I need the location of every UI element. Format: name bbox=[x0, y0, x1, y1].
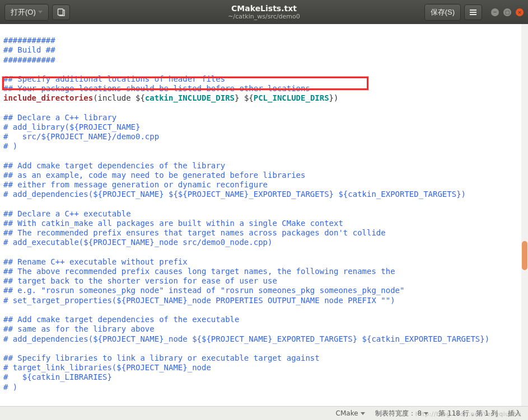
svg-rect-0 bbox=[58, 9, 63, 15]
language-label: CMake bbox=[336, 409, 358, 417]
code-line: # add_dependencies(${PROJECT_NAME} ${${P… bbox=[3, 190, 466, 199]
window-minimize-button[interactable]: ─ bbox=[491, 8, 499, 16]
code-line: # src/${PROJECT_NAME}/demo0.cpp bbox=[3, 132, 159, 141]
code-line: # ${catkin_LIBRARIES} bbox=[3, 372, 112, 381]
svg-rect-3 bbox=[470, 14, 476, 15]
code-line: ## Specify additional locations of heade… bbox=[3, 74, 225, 83]
scrollbar-track[interactable] bbox=[521, 24, 528, 406]
code-token: }) bbox=[329, 93, 339, 102]
code-token-func: include_directories bbox=[3, 93, 93, 102]
save-label: 保存(S) bbox=[431, 7, 455, 17]
code-line: ## Rename C++ executable without prefix bbox=[3, 257, 188, 266]
tabwidth-label: 制表符宽度： bbox=[375, 409, 415, 418]
code-line: ## as an example, code may need to be ge… bbox=[3, 171, 305, 180]
code-line: ## Your package locations should be list… bbox=[3, 84, 310, 93]
editor-area[interactable]: ########### ## Build ## ########### ## S… bbox=[0, 24, 528, 406]
chevron-down-icon bbox=[38, 11, 43, 13]
code-line: # set_target_properties(${PROJECT_NAME}_… bbox=[3, 296, 395, 305]
window-maximize-button[interactable]: □ bbox=[503, 8, 511, 16]
code-line: # add_library(${PROJECT_NAME} bbox=[3, 122, 140, 131]
code-line: ## Specify libraries to link a library o… bbox=[3, 353, 320, 362]
code-token-var: catkin_INCLUDE_DIRS bbox=[145, 93, 235, 102]
code-line: # ) bbox=[3, 383, 17, 391]
code-line: # add_dependencies(${PROJECT_NAME}_node … bbox=[3, 334, 489, 343]
window-title: CMakeLists.txt bbox=[228, 4, 300, 13]
save-button[interactable]: 保存(S) bbox=[424, 4, 461, 21]
chevron-down-icon bbox=[361, 412, 365, 415]
new-tab-icon bbox=[57, 8, 66, 17]
code-line: ## Add cmake target dependencies of the … bbox=[3, 161, 225, 170]
code-line: ## Build ## bbox=[3, 45, 55, 54]
code-line: ## With catkin_make all packages are bui… bbox=[3, 219, 343, 228]
watermark: http://blog.csdn.net/tengqiuzhu bbox=[415, 410, 521, 418]
code-token-var: PCL_INCLUDE_DIRS bbox=[254, 93, 329, 102]
open-button[interactable]: 打开(O) bbox=[4, 4, 49, 21]
svg-rect-2 bbox=[470, 12, 476, 13]
code-token: (include ${ bbox=[93, 93, 145, 102]
code-line: ## either from message generation or dyn… bbox=[3, 180, 268, 189]
titlebar: 打开(O) CMakeLists.txt ~/catkin_ws/src/dem… bbox=[0, 0, 528, 24]
code-line: ########### bbox=[3, 36, 55, 45]
window-controls: ─ □ × bbox=[491, 8, 524, 16]
open-label: 打开(O) bbox=[11, 7, 36, 17]
statusbar-language[interactable]: CMake bbox=[336, 409, 365, 417]
code-line: # ) bbox=[3, 141, 17, 150]
window-close-button[interactable]: × bbox=[516, 8, 524, 16]
code-line: ########### bbox=[3, 55, 55, 64]
code-line: ## Declare a C++ library bbox=[3, 113, 116, 122]
code-line: ## target back to the shorter version fo… bbox=[3, 276, 277, 285]
titlebar-center: CMakeLists.txt ~/catkin_ws/src/demo0 bbox=[228, 4, 300, 21]
code-line: ## Add cmake target dependencies of the … bbox=[3, 315, 239, 324]
code-line: ## The recommended prefix ensures that t… bbox=[3, 228, 386, 237]
titlebar-right: 保存(S) ─ □ × bbox=[424, 4, 524, 21]
hamburger-icon bbox=[469, 8, 478, 17]
window-subtitle: ~/catkin_ws/src/demo0 bbox=[228, 13, 300, 20]
code-token: } ${ bbox=[235, 93, 254, 102]
code-line: ## same as for the library above bbox=[3, 324, 155, 333]
scrollbar-thumb[interactable] bbox=[522, 241, 527, 270]
code-line: ## The above recommended prefix causes l… bbox=[3, 267, 395, 276]
svg-rect-1 bbox=[470, 10, 476, 11]
code-line: ## e.g. "rosrun someones_pkg node" inste… bbox=[3, 286, 404, 295]
code-line: # add_executable(${PROJECT_NAME}_node sr… bbox=[3, 238, 272, 247]
new-tab-button[interactable] bbox=[52, 4, 70, 20]
code-line: # target_link_libraries(${PROJECT_NAME}_… bbox=[3, 363, 211, 372]
code-line: ## Declare a C++ executable bbox=[3, 209, 131, 218]
menu-button[interactable] bbox=[464, 4, 482, 20]
code-view[interactable]: ########### ## Build ## ########### ## S… bbox=[0, 24, 528, 394]
titlebar-left: 打开(O) bbox=[4, 4, 70, 21]
